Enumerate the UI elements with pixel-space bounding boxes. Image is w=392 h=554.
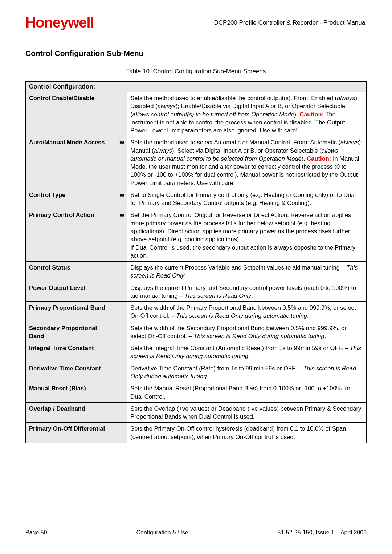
param-flag	[117, 282, 127, 302]
footer-center: Configuration & Use	[136, 529, 188, 536]
table-row: Derivative Time Constant Derivative Time…	[26, 362, 366, 382]
footer-left: Page 50	[25, 529, 47, 536]
param-desc: Sets the width of the Secondary Proporti…	[127, 322, 366, 342]
text-italic: always	[158, 103, 176, 109]
param-desc: Sets the Primary On-Off control hysteres…	[127, 423, 366, 443]
param-flag	[117, 402, 127, 423]
param-desc: Displays the current Primary and Seconda…	[127, 282, 366, 302]
param-name: Manual Reset (Bias)	[26, 382, 117, 403]
param-desc: Sets the method used to select Automatic…	[127, 136, 366, 189]
param-flag: w	[117, 189, 127, 209]
param-name: Overlap / Deadband	[26, 402, 117, 423]
config-table: Control Configuration: Control Enable/Di…	[25, 81, 367, 443]
param-desc: Sets the width of the Primary Proportion…	[127, 302, 366, 322]
param-name: Secondary Proportional Band	[26, 322, 117, 342]
param-desc: Set the Primary Control Output for Rever…	[127, 209, 366, 262]
param-flag	[117, 342, 127, 362]
param-name: Auto/Manual Mode Access	[26, 136, 117, 189]
table-row: Secondary Proportional Band Sets the wid…	[26, 322, 366, 342]
param-name: Primary Proportional Band	[26, 302, 117, 322]
param-flag	[117, 362, 127, 382]
param-name: Control Type	[26, 189, 117, 209]
table-caption: Table 10. Control Configuration Sub-Menu…	[25, 68, 367, 75]
text: ).	[302, 155, 307, 162]
text: ); Select via Digital Input A or B, or O…	[172, 147, 322, 154]
text: .	[307, 312, 309, 319]
page-header: Honeywell DCP200 Profile Controller & Re…	[25, 15, 367, 31]
table-row: Primary On-Off Differential Sets the Pri…	[26, 423, 366, 443]
param-desc: Displays the current Process Variable an…	[127, 262, 366, 282]
table-row: Primary Control Action w Set the Primary…	[26, 209, 366, 262]
table-row: Manual Reset (Bias) Sets the Manual Rese…	[26, 382, 366, 403]
param-desc: Set to Single Control for Primary contro…	[127, 189, 366, 209]
text: Derivative Time Constant (Rate) from 1s …	[130, 365, 303, 372]
param-flag	[117, 423, 127, 443]
param-flag	[117, 262, 127, 282]
param-name: Control Status	[26, 262, 117, 282]
param-flag: w	[117, 136, 127, 189]
text-italic: always	[337, 95, 355, 101]
text-italic: This screen is Read Only during automati…	[176, 312, 307, 319]
param-name: Integral Time Constant	[26, 342, 117, 362]
table-header-row: Control Configuration:	[26, 81, 366, 92]
text: Sets the method used to select Automatic…	[130, 139, 340, 145]
table-row: Control Enable/Disable Sets the method u…	[26, 92, 366, 136]
text-italic: This screen is Read Only	[184, 292, 251, 299]
table-title: Control Configuration:	[26, 81, 366, 92]
param-flag	[117, 382, 127, 403]
section-title: Control Configuration Sub-Menu	[25, 49, 367, 58]
param-desc: Sets the method used to enable/disable t…	[127, 92, 366, 136]
table-row: Auto/Manual Mode Access w Sets the metho…	[26, 136, 366, 189]
doc-title: DCP200 Profile Controller & Recorder - P…	[214, 19, 367, 26]
param-name: Primary On-Off Differential	[26, 423, 117, 443]
text: .	[251, 292, 253, 299]
text-italic: always	[340, 139, 359, 145]
param-flag: w	[117, 209, 127, 262]
param-flag	[117, 92, 127, 136]
param-name: Derivative Time Constant	[26, 362, 117, 382]
param-desc: Sets the Integral Time Constant (Automat…	[127, 342, 366, 362]
param-desc: Sets the Overlap (+ve values) or Deadban…	[127, 402, 366, 423]
text: ).	[294, 111, 300, 118]
caution-label: Caution:	[307, 155, 331, 162]
text: .	[324, 333, 326, 339]
table-row: Overlap / Deadband Sets the Overlap (+ve…	[26, 402, 366, 423]
caution-label: Caution:	[299, 111, 324, 118]
param-flag	[117, 322, 127, 342]
param-name: Power Output Level	[26, 282, 117, 302]
page-footer: Page 50 Configuration & Use 51-52-25-150…	[25, 522, 367, 536]
param-desc: Sets the Manual Reset (Proportional Band…	[127, 382, 366, 403]
param-name: Primary Control Action	[26, 209, 117, 262]
text-italic: This screen is Read Only during automati…	[193, 333, 324, 339]
footer-right: 51-52-25-150, Issue 1 – April 2009	[277, 529, 367, 536]
text-italic: allows control output(s) to be turned of…	[132, 111, 294, 118]
table-row: Control Type w Set to Single Control for…	[26, 189, 366, 209]
text: .	[248, 353, 250, 359]
text: Sets the method used to enable/disable t…	[130, 95, 337, 101]
text-italic: always	[154, 147, 172, 154]
table-row: Control Status Displays the current Proc…	[26, 262, 366, 282]
param-name: Control Enable/Disable	[26, 92, 117, 136]
logo: Honeywell	[25, 15, 94, 31]
text: Sets the Integral Time Constant (Automat…	[130, 345, 350, 351]
param-desc: Derivative Time Constant (Rate) from 1s …	[127, 362, 366, 382]
table-row: Primary Proportional Band Sets the width…	[26, 302, 366, 322]
text: Displays the current Process Variable an…	[130, 264, 346, 271]
text: .	[184, 272, 186, 279]
table-row: Power Output Level Displays the current …	[26, 282, 366, 302]
table-row: Integral Time Constant Sets the Integral…	[26, 342, 366, 362]
param-flag	[117, 302, 127, 322]
text: .	[207, 373, 208, 379]
